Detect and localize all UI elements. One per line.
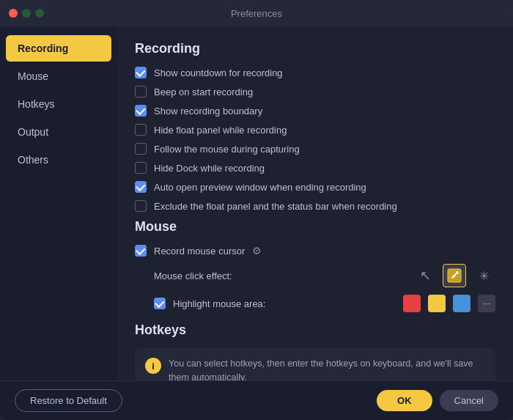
- restore-default-button[interactable]: Restore to Default: [15, 389, 122, 412]
- info-icon: i: [145, 358, 161, 374]
- checkbox-record-cursor: Record mouse cursor ⚙: [135, 245, 495, 257]
- mouse-click-effect-row: Mouse click effect: ↖ ✳: [154, 264, 495, 287]
- checkbox-hide-dock-input[interactable]: [135, 162, 147, 174]
- checkbox-hide-float-label: Hide float panel while recording: [154, 125, 287, 136]
- checkbox-follow-mouse-input[interactable]: [135, 143, 147, 155]
- preferences-window: Preferences Recording Mouse Hotkeys Outp…: [0, 0, 513, 420]
- checkbox-show-boundary-label: Show recording boundary: [154, 106, 262, 117]
- checkbox-auto-open-preview-label: Auto open preview window when ending rec…: [154, 182, 366, 193]
- close-button[interactable]: [9, 9, 18, 18]
- cursor-option-ripple[interactable]: ✳: [472, 264, 495, 287]
- ok-button[interactable]: OK: [377, 390, 432, 411]
- sidebar-item-hotkeys[interactable]: Hotkeys: [6, 91, 111, 117]
- checkbox-beep-on-start: Beep on start recording: [135, 86, 495, 97]
- sidebar: Recording Mouse Hotkeys Output Others: [0, 26, 117, 380]
- recording-section-title: Recording: [135, 41, 495, 56]
- checkbox-follow-mouse: Follow the mouse during capturing: [135, 143, 495, 155]
- mouse-section: Mouse Record mouse cursor ⚙ Mouse click …: [135, 219, 495, 312]
- highlight-row: Highlight mouse area: ···: [154, 295, 495, 312]
- checkbox-exclude-float-input[interactable]: [135, 200, 147, 212]
- footer-right: OK Cancel: [377, 390, 498, 411]
- checkbox-auto-open-preview-input[interactable]: [135, 181, 147, 193]
- checkbox-show-countdown: Show countdown for recording: [135, 67, 495, 78]
- checkbox-show-countdown-input[interactable]: [135, 67, 147, 78]
- color-swatch-yellow[interactable]: [428, 295, 446, 312]
- checkbox-show-boundary: Show recording boundary: [135, 105, 495, 117]
- sidebar-item-others[interactable]: Others: [6, 147, 111, 173]
- cursor-option-plain[interactable]: ↖: [413, 264, 437, 287]
- checkbox-record-cursor-label: Record mouse cursor: [154, 246, 245, 257]
- footer: Restore to Default OK Cancel: [0, 380, 513, 420]
- hotkeys-info-box: i You can select hotkeys, then enter the…: [135, 348, 495, 380]
- color-more-button[interactable]: ···: [478, 295, 495, 312]
- mouse-section-title: Mouse: [135, 219, 495, 235]
- sidebar-item-output[interactable]: Output: [6, 119, 111, 145]
- color-swatch-red[interactable]: [403, 295, 421, 312]
- gear-icon[interactable]: ⚙: [252, 245, 262, 257]
- titlebar: Preferences: [0, 0, 513, 26]
- hotkeys-info-text: You can select hotkeys, then enter the h…: [169, 357, 485, 380]
- checkbox-follow-mouse-label: Follow the mouse during capturing: [154, 144, 300, 155]
- color-swatch-blue[interactable]: [453, 295, 470, 312]
- checkbox-beep-on-start-input[interactable]: [135, 86, 147, 97]
- content-area: Recording Mouse Hotkeys Output Others Re…: [0, 26, 513, 380]
- checkbox-highlight-area-input[interactable]: [154, 298, 166, 309]
- checkbox-exclude-float-label: Exclude the float panel and the status b…: [154, 201, 397, 212]
- hotkeys-section: Hotkeys i You can select hotkeys, then e…: [135, 323, 495, 380]
- checkbox-auto-open-preview: Auto open preview window when ending rec…: [135, 181, 495, 193]
- highlight-area-label: Highlight mouse area:: [173, 298, 265, 309]
- minimize-button[interactable]: [22, 9, 31, 18]
- sidebar-item-mouse[interactable]: Mouse: [6, 63, 111, 89]
- checkbox-record-cursor-input[interactable]: [135, 245, 147, 257]
- checkbox-hide-dock: Hide Dock while recording: [135, 162, 495, 174]
- checkbox-show-countdown-label: Show countdown for recording: [154, 67, 283, 78]
- checkbox-hide-float: Hide float panel while recording: [135, 124, 495, 136]
- checkbox-hide-dock-label: Hide Dock while recording: [154, 163, 265, 174]
- traffic-lights: [9, 9, 44, 18]
- svg-point-1: [456, 271, 459, 274]
- cursor-option-highlight[interactable]: [443, 264, 466, 287]
- checkbox-hide-float-input[interactable]: [135, 124, 147, 136]
- mouse-click-label: Mouse click effect:: [154, 270, 232, 281]
- sidebar-item-recording[interactable]: Recording: [6, 35, 111, 62]
- hotkeys-section-title: Hotkeys: [135, 323, 495, 338]
- cancel-button[interactable]: Cancel: [440, 390, 498, 411]
- maximize-button[interactable]: [35, 9, 44, 18]
- main-panel: Recording Show countdown for recording B…: [117, 26, 513, 380]
- checkbox-exclude-float: Exclude the float panel and the status b…: [135, 200, 495, 212]
- window-title: Preferences: [231, 8, 282, 19]
- checkbox-show-boundary-input[interactable]: [135, 105, 147, 117]
- checkbox-beep-on-start-label: Beep on start recording: [154, 86, 253, 97]
